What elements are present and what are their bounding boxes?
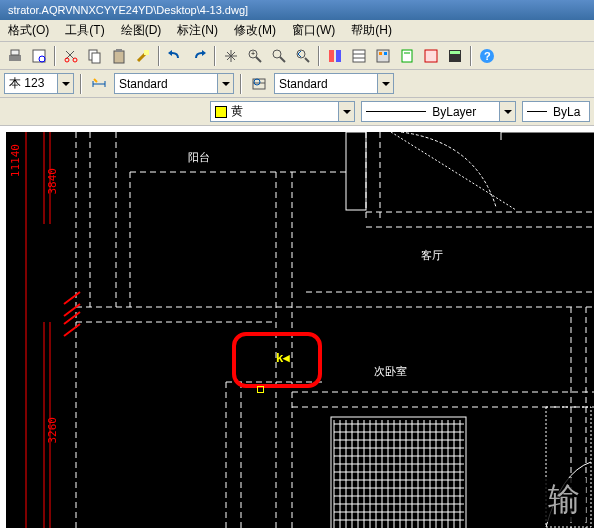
svg-line-12 xyxy=(256,57,261,62)
properties-button[interactable] xyxy=(324,45,346,67)
quickcalc-button[interactable] xyxy=(444,45,466,67)
zoom-realtime-button[interactable]: + xyxy=(244,45,266,67)
match-button[interactable] xyxy=(132,45,154,67)
color-value: 黄 xyxy=(231,103,243,120)
color-swatch-icon xyxy=(215,106,227,118)
dropdown-icon xyxy=(338,102,354,121)
svg-rect-19 xyxy=(353,50,365,62)
separator xyxy=(318,46,320,66)
table-style-value: Standard xyxy=(279,77,328,91)
ssm-button[interactable] xyxy=(396,45,418,67)
crosshair-cursor-icon: k◂ xyxy=(276,350,290,365)
svg-rect-22 xyxy=(377,50,389,62)
text-style-combo[interactable]: 本 123 xyxy=(4,73,74,94)
ime-indicator: 输 xyxy=(542,478,586,522)
svg-rect-7 xyxy=(92,53,100,63)
redo-button[interactable] xyxy=(188,45,210,67)
dropdown-icon xyxy=(217,74,233,93)
floorplan-svg: hatch xyxy=(6,132,594,528)
main-toolbar: + ? xyxy=(0,42,594,70)
zoom-window-button[interactable] xyxy=(268,45,290,67)
style-toolbar: 本 123 Standard Standard xyxy=(0,70,594,98)
title-bar: strator.AQRVNNXCYYE24YD\Desktop\4-13.dwg… xyxy=(0,0,594,20)
svg-point-14 xyxy=(273,50,281,58)
svg-line-15 xyxy=(280,57,285,62)
dropdown-icon xyxy=(377,74,393,93)
svg-rect-0 xyxy=(9,55,21,61)
hatch-pattern xyxy=(334,420,464,528)
menu-tools[interactable]: 工具(T) xyxy=(57,20,112,41)
svg-rect-18 xyxy=(336,50,341,62)
svg-rect-23 xyxy=(379,52,382,55)
svg-rect-1 xyxy=(11,50,19,55)
room-label-balcony: 阳台 xyxy=(188,150,210,165)
lineweight-combo[interactable]: ByLa xyxy=(522,101,590,122)
linetype-combo[interactable]: ByLayer xyxy=(361,101,516,122)
svg-rect-57 xyxy=(346,132,366,210)
dim-style-icon[interactable] xyxy=(88,73,110,95)
room-label-bedroom: 次卧室 xyxy=(374,364,407,379)
menu-draw[interactable]: 绘图(D) xyxy=(113,20,170,41)
dim-style-combo[interactable]: Standard xyxy=(114,73,234,94)
menu-modify[interactable]: 修改(M) xyxy=(226,20,284,41)
dimension-text: 11140 xyxy=(9,144,22,177)
dropdown-icon xyxy=(499,102,515,121)
markup-button[interactable] xyxy=(420,45,442,67)
copy-button[interactable] xyxy=(84,45,106,67)
zoom-previous-button[interactable] xyxy=(292,45,314,67)
menu-format[interactable]: 格式(O) xyxy=(0,20,57,41)
dimension-text: 3840 xyxy=(46,168,59,195)
drawing-canvas[interactable]: hatch 11140 3840 3260 阳台 客厅 次卧室 xyxy=(0,126,594,528)
svg-rect-29 xyxy=(450,51,460,54)
menu-help[interactable]: 帮助(H) xyxy=(343,20,400,41)
color-combo[interactable]: 黄 xyxy=(210,101,355,122)
svg-point-5 xyxy=(73,58,77,62)
layer-toolbar: 黄 ByLayer ByLa xyxy=(0,98,594,126)
linetype-preview xyxy=(366,111,426,113)
svg-rect-25 xyxy=(402,50,412,62)
svg-rect-10 xyxy=(144,50,149,55)
menu-bar: 格式(O) 工具(T) 绘图(D) 标注(N) 修改(M) 窗口(W) 帮助(H… xyxy=(0,20,594,42)
table-style-combo[interactable]: Standard xyxy=(274,73,394,94)
help-button[interactable]: ? xyxy=(476,45,498,67)
svg-rect-27 xyxy=(425,50,437,62)
dropdown-icon xyxy=(57,74,73,93)
title-text: strator.AQRVNNXCYYE24YD\Desktop\4-13.dwg… xyxy=(8,4,248,16)
paste-button[interactable] xyxy=(108,45,130,67)
drawing-area[interactable]: hatch 11140 3840 3260 阳台 客厅 次卧室 xyxy=(6,132,594,528)
print-button[interactable] xyxy=(4,45,26,67)
separator xyxy=(470,46,472,66)
room-label-living: 客厅 xyxy=(421,248,443,263)
svg-text:+: + xyxy=(251,50,255,57)
separator xyxy=(214,46,216,66)
svg-rect-24 xyxy=(384,52,387,55)
separator xyxy=(80,74,82,94)
svg-text:?: ? xyxy=(484,50,491,62)
svg-point-34 xyxy=(254,79,260,85)
print-preview-button[interactable] xyxy=(28,45,50,67)
table-style-icon[interactable] xyxy=(248,73,270,95)
separator xyxy=(158,46,160,66)
lineweight-value: ByLa xyxy=(553,105,580,119)
separator xyxy=(240,74,242,94)
separator xyxy=(54,46,56,66)
menu-dimension[interactable]: 标注(N) xyxy=(169,20,226,41)
undo-button[interactable] xyxy=(164,45,186,67)
dim-style-value: Standard xyxy=(119,77,168,91)
grip-marker[interactable] xyxy=(257,386,264,393)
pan-button[interactable] xyxy=(220,45,242,67)
menu-window[interactable]: 窗口(W) xyxy=(284,20,343,41)
tool-palette-button[interactable] xyxy=(372,45,394,67)
dimension-text: 3260 xyxy=(46,417,59,444)
dsm-button[interactable] xyxy=(348,45,370,67)
cut-button[interactable] xyxy=(60,45,82,67)
linetype-value: ByLayer xyxy=(432,105,476,119)
svg-rect-9 xyxy=(116,49,122,52)
lineweight-preview xyxy=(527,111,547,113)
text-style-value: 本 123 xyxy=(9,75,44,92)
svg-rect-8 xyxy=(114,51,124,63)
svg-rect-17 xyxy=(329,50,334,62)
